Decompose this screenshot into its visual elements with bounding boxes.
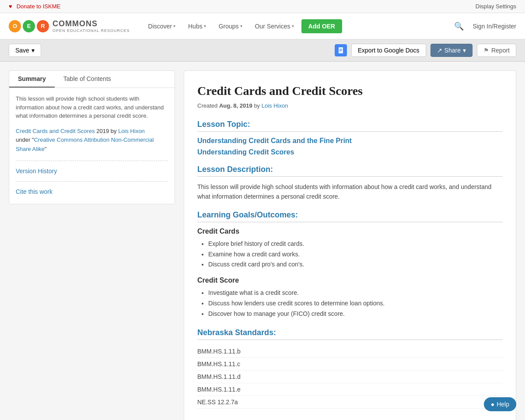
top-bar-right: 🔍 Sign In/Register — [454, 21, 516, 31]
standard-item: BMM.HS.1.11.c — [197, 358, 503, 371]
flag-icon: ⚑ — [483, 47, 489, 54]
goals-section-credit-score: Credit Score Investigate what is a credi… — [197, 276, 503, 319]
heart-icon: ♥ — [9, 3, 12, 10]
report-label: Report — [491, 47, 510, 54]
save-label: Save — [15, 47, 29, 54]
learning-goals-heading: Learning Goals/Outcomes: — [197, 210, 503, 222]
help-icon: ● — [491, 401, 494, 408]
chevron-down-icon: ▾ — [32, 47, 35, 54]
chevron-down-icon: ▾ — [204, 24, 206, 28]
save-button[interactable]: Save ▾ — [9, 44, 41, 57]
top-bar-left: O E R COMMONS OPEN EDUCATIONAL RESOURCES… — [9, 19, 342, 33]
add-oer-button[interactable]: Add OER — [301, 19, 342, 33]
list-item: Discover how to manage your (FICO) credi… — [208, 309, 503, 319]
lesson-description-heading: Lesson Description: — [197, 165, 503, 177]
goals-credit-score-heading: Credit Score — [197, 276, 503, 284]
license-close-quote: " — [45, 146, 47, 152]
logo-r: R — [37, 20, 49, 32]
chevron-down-icon: ▾ — [292, 24, 294, 28]
list-item: Explore brief history of credit cards. — [208, 239, 503, 249]
goals-credit-score-list: Investigate what is a credit score. Disc… — [197, 288, 503, 319]
sidebar-tabs: Summary Table of Contents — [9, 71, 175, 88]
license-year: 2019 — [96, 128, 109, 134]
svg-rect-3 — [340, 51, 341, 51]
cite-this-work-link[interactable]: Cite this work — [16, 186, 168, 197]
sidebar-body: This lesson will provide high school stu… — [9, 88, 175, 204]
sign-in-link[interactable]: Sign In/Register — [472, 23, 516, 30]
lesson-topic-1: Understanding Credit Cards and the Fine … — [197, 137, 503, 145]
goals-section-credit-cards: Credit Cards Explore brief history of cr… — [197, 228, 503, 270]
chevron-down-icon: ▾ — [240, 24, 242, 28]
nav-hubs[interactable]: Hubs ▾ — [183, 19, 211, 33]
list-item: Discuss how lenders use credit scores to… — [208, 298, 503, 309]
action-bar-right: Export to Google Docs ↗ Share ▾ ⚑ Report — [335, 44, 516, 57]
tab-summary[interactable]: Summary — [9, 71, 55, 88]
help-label: Help — [497, 401, 509, 408]
logo-circles: O E R — [9, 20, 49, 32]
display-settings-link[interactable]: Display Settings — [476, 3, 516, 10]
chevron-down-icon: ▾ — [463, 47, 466, 54]
logo-e: E — [23, 20, 35, 32]
license-by-label: by — [111, 128, 118, 134]
info-bar: ♥ Donate to ISKME Display Settings — [0, 0, 525, 13]
license-under-label: under " — [16, 136, 34, 143]
created-date: Aug. 8, 2019 — [219, 102, 252, 109]
nav-links: Discover ▾ Hubs ▾ Groups ▾ Our Services … — [143, 19, 342, 33]
help-button[interactable]: ● Help — [484, 397, 516, 411]
license-work-link[interactable]: Credit Cards and Credit Scores — [16, 128, 95, 134]
content-meta: Created Aug. 8, 2019 by Lois Hixon — [197, 102, 503, 109]
sidebar-description: This lesson will provide high school stu… — [16, 94, 168, 120]
standard-item: BMM.HS.1.11.e — [197, 383, 503, 396]
standards-list: BMM.HS.1.11.b BMM.HS.1.11.c BMM.HS.1.11.… — [197, 345, 503, 409]
logo-o: O — [9, 20, 21, 32]
svg-rect-2 — [340, 50, 342, 50]
license-type-link[interactable]: Creative Commons Attribution Non-Commerc… — [16, 136, 154, 152]
list-item: Examine how a credit card works. — [208, 249, 503, 260]
list-item: Discuss credit card pro's and con's. — [208, 259, 503, 270]
logo-subtitle: OPEN EDUCATIONAL RESOURCES — [52, 28, 130, 33]
sidebar-divider — [16, 161, 168, 161]
content-title: Credit Cards and Credit Scores — [197, 84, 503, 98]
goals-credit-cards-list: Explore brief history of credit cards. E… — [197, 239, 503, 270]
nav-groups[interactable]: Groups ▾ — [214, 19, 248, 33]
svg-rect-1 — [340, 49, 342, 49]
google-docs-icon — [335, 44, 347, 56]
standard-item: NE.SS 12.2.7a — [197, 396, 503, 409]
author-link[interactable]: Lois Hixon — [262, 102, 288, 109]
logo-text: COMMONS — [52, 19, 130, 28]
donate-section[interactable]: ♥ Donate to ISKME — [9, 3, 60, 10]
tab-table-of-contents[interactable]: Table of Contents — [55, 71, 120, 88]
logo-text-wrapper: COMMONS OPEN EDUCATIONAL RESOURCES — [52, 19, 130, 33]
share-icon: ↗ — [437, 47, 442, 54]
donate-link[interactable]: Donate to ISKME — [17, 3, 60, 10]
standard-item: BMM.HS.1.11.d — [197, 371, 503, 383]
license-author-link[interactable]: Lois Hixon — [118, 128, 145, 134]
by-label: by — [254, 102, 260, 109]
lesson-topic-2: Understanding Credit Scores — [197, 148, 503, 156]
nav-discover[interactable]: Discover ▾ — [143, 19, 181, 33]
sidebar: Summary Table of Contents This lesson wi… — [9, 70, 175, 204]
chevron-down-icon: ▾ — [173, 24, 175, 28]
search-button[interactable]: 🔍 — [454, 21, 464, 31]
share-label: Share — [444, 47, 461, 54]
content-panel: Credit Cards and Credit Scores Created A… — [184, 70, 516, 420]
sidebar-divider-2 — [16, 181, 168, 182]
export-to-google-docs-button[interactable]: Export to Google Docs — [351, 44, 426, 57]
report-button[interactable]: ⚑ Report — [477, 44, 516, 57]
action-bar: Save ▾ Export to Google Docs ↗ Share ▾ ⚑… — [0, 39, 525, 62]
version-history-link[interactable]: Version History — [16, 165, 168, 177]
created-label: Created — [197, 102, 217, 109]
nebraska-standards-heading: Nebraska Standards: — [197, 328, 503, 340]
goals-credit-cards-heading: Credit Cards — [197, 228, 503, 235]
share-button[interactable]: ↗ Share ▾ — [430, 44, 472, 57]
logo: O E R COMMONS OPEN EDUCATIONAL RESOURCES — [9, 19, 130, 33]
action-bar-left: Save ▾ — [9, 44, 41, 57]
nav-our-services[interactable]: Our Services ▾ — [250, 19, 299, 33]
list-item: Investigate what is a credit score. — [208, 288, 503, 298]
top-navigation: O E R COMMONS OPEN EDUCATIONAL RESOURCES… — [0, 13, 525, 39]
lesson-description-text: This lesson will provide high school stu… — [197, 182, 503, 202]
main-content: Summary Table of Contents This lesson wi… — [0, 62, 525, 420]
standard-item: BMM.HS.1.11.b — [197, 345, 503, 358]
lesson-topic-heading: Lesson Topic: — [197, 120, 503, 132]
sidebar-license: Credit Cards and Credit Scores 2019 by L… — [16, 127, 168, 154]
